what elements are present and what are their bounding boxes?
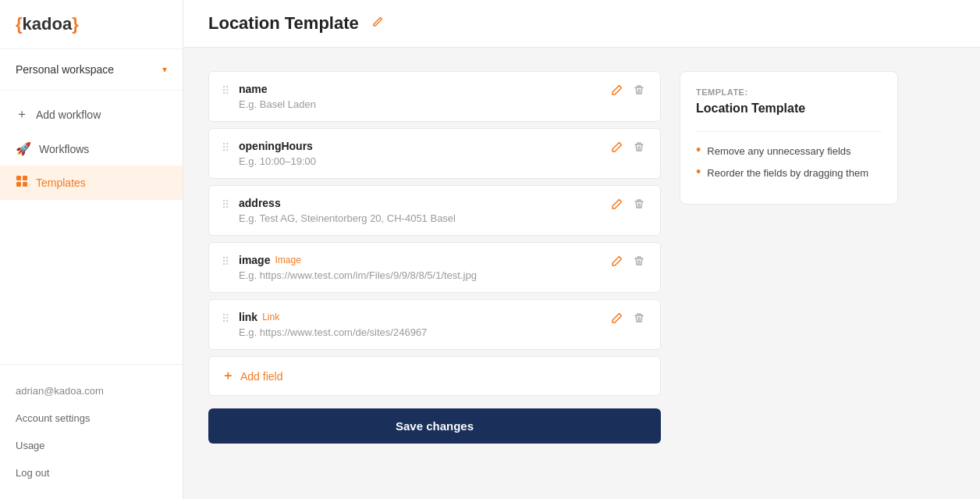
chevron-down-icon: ▾ — [162, 64, 167, 75]
template-label: TEMPLATE: — [696, 87, 882, 97]
field-example: E.g. Basel Laden — [239, 98, 599, 110]
svg-rect-0 — [16, 176, 21, 180]
info-divider — [696, 131, 882, 132]
delete-field-button[interactable] — [630, 311, 648, 327]
field-content-image: image Image E.g. https://www.test.com/im… — [239, 254, 599, 281]
sidebar-divider — [0, 364, 183, 365]
field-row-openinghours: ⠿ openingHours E.g. 10:00–19:00 — [208, 128, 661, 179]
page-header: Location Template — [183, 0, 980, 48]
main-content: Location Template ⠿ name E.g. Basel Lade… — [183, 0, 980, 499]
drag-handle-icon[interactable]: ⠿ — [222, 140, 229, 154]
svg-rect-3 — [23, 182, 27, 187]
field-row-name: ⠿ name E.g. Basel Laden — [208, 71, 661, 122]
field-row-image: ⠿ image Image E.g. https://www.test.com/… — [208, 242, 661, 293]
add-field-row[interactable]: ＋ Add field — [208, 356, 661, 396]
field-name-label: address — [239, 197, 599, 209]
bottom-items: adrian@kadoa.com Account settings Usage … — [0, 371, 183, 499]
list-item: • Remove any unnecessary fields — [696, 144, 882, 159]
svg-rect-2 — [16, 182, 21, 187]
field-content-address: address E.g. Test AG, Steinentorberg 20,… — [239, 197, 599, 224]
sidebar-item-label: Add workflow — [36, 109, 101, 121]
field-content-name: name E.g. Basel Laden — [239, 83, 599, 110]
edit-field-button[interactable] — [609, 254, 626, 270]
edit-field-button[interactable] — [609, 140, 626, 156]
list-item: • Reorder the fields by dragging them — [696, 166, 882, 180]
field-row-link: ⠿ link Link E.g. https://www.test.com/de… — [208, 299, 661, 350]
add-field-label: Add field — [240, 370, 282, 383]
sidebar-item-workflows[interactable]: 🚀 Workflows — [0, 132, 183, 166]
workspace-selector[interactable]: Personal workspace ▾ — [0, 49, 183, 91]
field-example: E.g. https://www.test.com/im/Files/9/9/8… — [239, 269, 599, 281]
workspace-label: Personal workspace — [16, 63, 114, 76]
logo-name: kadoa — [23, 14, 73, 34]
field-example: E.g. https://www.test.com/de/sites/24696… — [239, 326, 599, 338]
page-title: Location Template — [208, 13, 359, 34]
sidebar-item-logout[interactable]: Log out — [0, 459, 183, 487]
content-area: ⠿ name E.g. Basel Laden — [183, 48, 980, 499]
sidebar-item-templates[interactable]: Templates — [0, 166, 183, 200]
field-actions — [609, 311, 648, 327]
delete-field-button[interactable] — [630, 140, 648, 156]
field-name-label: link Link — [239, 311, 599, 323]
bullet-icon: • — [696, 143, 701, 157]
bullet-icon: • — [696, 165, 701, 179]
edit-field-button[interactable] — [609, 311, 626, 327]
field-actions — [609, 197, 648, 213]
edit-field-button[interactable] — [609, 83, 626, 99]
drag-handle-icon[interactable]: ⠿ — [222, 254, 229, 268]
field-example: E.g. Test AG, Steinentorberg 20, CH-4051… — [239, 212, 599, 224]
field-actions — [609, 140, 648, 156]
field-example: E.g. 10:00–19:00 — [239, 155, 599, 167]
tip-list: • Remove any unnecessary fields • Reorde… — [696, 144, 882, 180]
sidebar-item-add-workflow[interactable]: ＋ Add workflow — [0, 97, 183, 132]
save-changes-button[interactable]: Save changes — [208, 408, 661, 444]
sidebar-item-usage[interactable]: Usage — [0, 432, 183, 459]
field-name-label: openingHours — [239, 140, 599, 152]
sidebar-item-label: Workflows — [39, 143, 89, 155]
field-row-address: ⠿ address E.g. Test AG, Steinentorberg 2… — [208, 185, 661, 236]
delete-field-button[interactable] — [630, 254, 648, 270]
field-name-label: image Image — [239, 254, 599, 266]
info-panel: TEMPLATE: Location Template • Remove any… — [680, 71, 898, 205]
sidebar-item-account-settings[interactable]: Account settings — [0, 405, 183, 432]
tip-text: Remove any unnecessary fields — [707, 144, 850, 159]
logo-brace-open: { — [16, 14, 23, 34]
nav-items: ＋ Add workflow 🚀 Workflows Templates — [0, 91, 183, 358]
template-name: Location Template — [696, 102, 882, 116]
drag-handle-icon[interactable]: ⠿ — [222, 311, 229, 325]
tip-text: Reorder the fields by dragging them — [707, 166, 868, 180]
plus-icon: ＋ — [222, 368, 234, 384]
logo-brace-close: } — [72, 14, 79, 34]
field-type-badge: Link — [262, 312, 279, 323]
field-type-badge: Image — [275, 255, 300, 266]
sidebar-item-label: Templates — [36, 176, 86, 189]
sidebar: {kadoa} Personal workspace ▾ ＋ Add workf… — [0, 0, 183, 499]
delete-field-button[interactable] — [630, 83, 648, 99]
edit-title-button[interactable] — [368, 12, 387, 34]
svg-rect-1 — [23, 176, 27, 180]
logo: {kadoa} — [16, 14, 79, 34]
plus-icon: ＋ — [16, 106, 28, 123]
drag-handle-icon[interactable]: ⠿ — [222, 197, 229, 211]
edit-field-button[interactable] — [609, 197, 626, 213]
sidebar-user-email: adrian@kadoa.com — [0, 377, 183, 405]
field-content-link: link Link E.g. https://www.test.com/de/s… — [239, 311, 599, 338]
drag-handle-icon[interactable]: ⠿ — [222, 83, 229, 97]
field-actions — [609, 254, 648, 270]
templates-icon — [16, 175, 28, 191]
field-name-label: name — [239, 83, 599, 95]
delete-field-button[interactable] — [630, 197, 648, 213]
logo-area: {kadoa} — [0, 0, 183, 49]
field-actions — [609, 83, 648, 99]
field-content-openinghours: openingHours E.g. 10:00–19:00 — [239, 140, 599, 167]
fields-panel: ⠿ name E.g. Basel Laden — [208, 71, 661, 476]
rocket-icon: 🚀 — [16, 141, 31, 156]
